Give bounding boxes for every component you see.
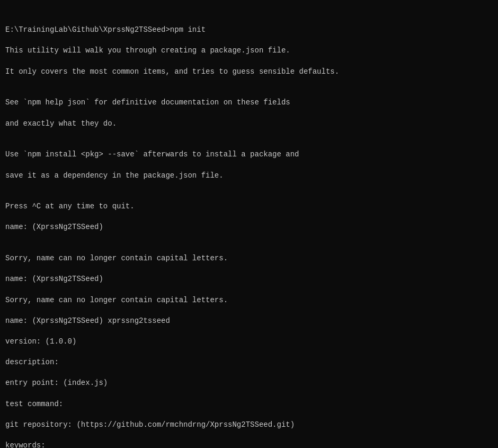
terminal-line [5,243,493,254]
terminal-line: keywords: [5,441,493,448]
terminal-line: entry point: (index.js) [5,378,493,389]
terminal-line: Press ^C at any time to quit. [5,201,493,212]
terminal-line: name: (XprssNg2TSSeed) xprssng2tsseed [5,316,493,327]
terminal-line: name: (XprssNg2TSSeed) [5,274,493,285]
terminal-line: save it as a dependency in the package.j… [5,171,493,181]
terminal-line: See `npm help json` for definitive docum… [5,98,493,108]
terminal-line [5,191,493,202]
terminal-output: E:\TrainingLab\Github\XprssNg2TSSeed>npm… [5,25,493,448]
terminal-line [5,87,493,98]
terminal-line: description: [5,357,493,368]
terminal-line: Use `npm install <pkg> --save` afterward… [5,150,493,160]
terminal-line: test command: [5,399,493,410]
terminal-window[interactable]: E:\TrainingLab\Github\XprssNg2TSSeed>npm… [0,0,498,448]
terminal-line: version: (1.0.0) [5,337,493,347]
terminal-line: name: (XprssNg2TSSeed) [5,222,493,233]
terminal-line: git repository: (https://github.com/rmch… [5,420,493,431]
terminal-line: E:\TrainingLab\Github\XprssNg2TSSeed>npm… [5,25,493,36]
terminal-line: and exactly what they do. [5,119,493,129]
terminal-line: Sorry, name can no longer contain capita… [5,253,493,264]
terminal-line: Sorry, name can no longer contain capita… [5,295,493,306]
terminal-line: This utility will walk you through creat… [5,46,493,56]
terminal-line [5,139,493,150]
terminal-line: It only covers the most common items, an… [5,67,493,77]
